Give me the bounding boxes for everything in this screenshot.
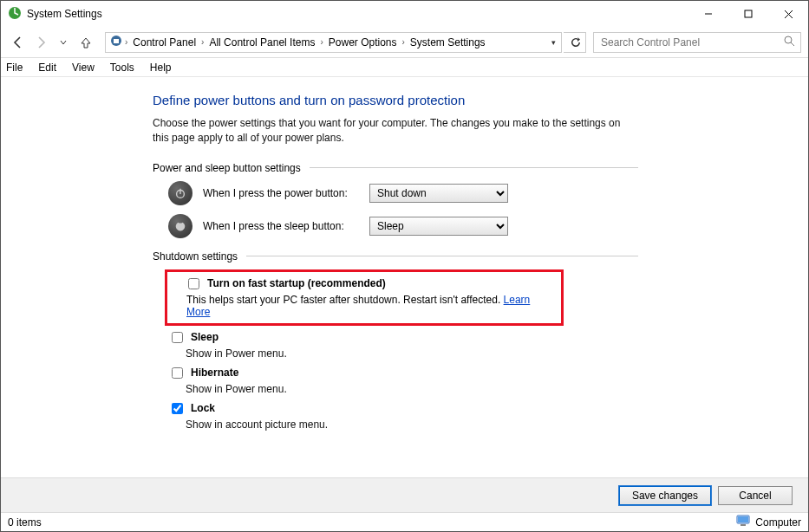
maximize-button[interactable] (728, 1, 768, 27)
breadcrumb-item[interactable]: Power Options (325, 36, 401, 49)
recent-dropdown[interactable] (53, 32, 74, 53)
sleep-checkbox-label: Sleep (191, 331, 219, 343)
sleep-checkbox[interactable] (172, 332, 183, 343)
fast-startup-label: Turn on fast startup (recommended) (207, 277, 386, 289)
app-icon (8, 6, 22, 23)
breadcrumb-item[interactable]: All Control Panel Items (206, 36, 318, 49)
computer-icon (736, 515, 750, 529)
title-bar: System Settings (1, 1, 808, 27)
lock-checkbox-desc: Show in account picture menu. (186, 418, 808, 431)
back-button[interactable] (8, 32, 29, 53)
divider (310, 167, 638, 168)
address-bar[interactable]: › Control Panel › All Control Panel Item… (105, 32, 562, 53)
location-icon (109, 34, 123, 50)
lock-checkbox-label: Lock (191, 402, 215, 414)
sleep-icon (168, 214, 192, 238)
menu-edit[interactable]: Edit (38, 62, 56, 74)
chevron-right-icon: › (402, 37, 405, 47)
menu-file[interactable]: File (6, 62, 23, 74)
close-button[interactable] (768, 1, 808, 27)
search-input[interactable] (599, 36, 784, 49)
chevron-right-icon: › (320, 37, 323, 47)
section-shutdown: Shutdown settings (153, 250, 238, 263)
sleep-checkbox-desc: Show in Power menu. (186, 347, 808, 360)
menu-tools[interactable]: Tools (110, 62, 134, 74)
hibernate-checkbox-label: Hibernate (191, 367, 238, 379)
hibernate-checkbox-desc: Show in Power menu. (186, 383, 808, 395)
search-icon (784, 36, 795, 49)
search-box[interactable] (593, 32, 801, 53)
chevron-right-icon: › (125, 37, 127, 47)
svg-rect-13 (740, 524, 746, 526)
svg-rect-12 (738, 516, 748, 522)
button-bar: Save changes Cancel (1, 477, 808, 512)
svg-rect-6 (114, 39, 119, 43)
breadcrumb-item[interactable]: Control Panel (129, 36, 199, 49)
svg-rect-2 (745, 10, 752, 17)
forward-button[interactable] (30, 32, 51, 53)
minimize-button[interactable] (688, 1, 728, 27)
status-computer-label: Computer (755, 516, 801, 529)
fast-startup-desc: This helps start your PC faster after sh… (186, 294, 504, 306)
status-item-count: 0 items (8, 516, 42, 529)
sleep-button-select[interactable]: Sleep (369, 217, 508, 236)
save-button[interactable]: Save changes (619, 486, 711, 505)
power-icon (168, 181, 192, 205)
power-button-select[interactable]: Shut down (369, 184, 508, 203)
menu-view[interactable]: View (72, 62, 95, 74)
section-power-sleep: Power and sleep button settings (153, 162, 301, 174)
refresh-button[interactable] (564, 32, 586, 53)
page-heading: Define power buttons and turn on passwor… (153, 93, 808, 107)
lock-checkbox[interactable] (172, 403, 183, 414)
svg-point-7 (785, 36, 792, 43)
fast-startup-checkbox[interactable] (188, 278, 199, 289)
power-button-label: When I press the power button: (203, 187, 359, 199)
menu-help[interactable]: Help (150, 62, 172, 74)
highlight-box: Turn on fast startup (recommended) This … (165, 269, 564, 326)
nav-bar: › Control Panel › All Control Panel Item… (1, 27, 808, 58)
page-intro: Choose the power settings that you want … (153, 116, 638, 146)
svg-line-8 (791, 42, 794, 46)
up-button[interactable] (75, 32, 96, 53)
sleep-button-label: When I press the sleep button: (203, 220, 359, 232)
window-title: System Settings (27, 8, 102, 20)
content-pane: Define power buttons and turn on passwor… (1, 77, 808, 477)
status-bar: 0 items Computer (1, 512, 808, 531)
address-dropdown[interactable]: ▾ (550, 38, 558, 47)
menu-bar: File Edit View Tools Help (1, 58, 808, 77)
cancel-button[interactable]: Cancel (718, 486, 793, 505)
hibernate-checkbox[interactable] (172, 367, 183, 379)
divider (246, 256, 638, 256)
breadcrumb-item[interactable]: System Settings (407, 36, 489, 49)
chevron-right-icon: › (201, 37, 204, 47)
